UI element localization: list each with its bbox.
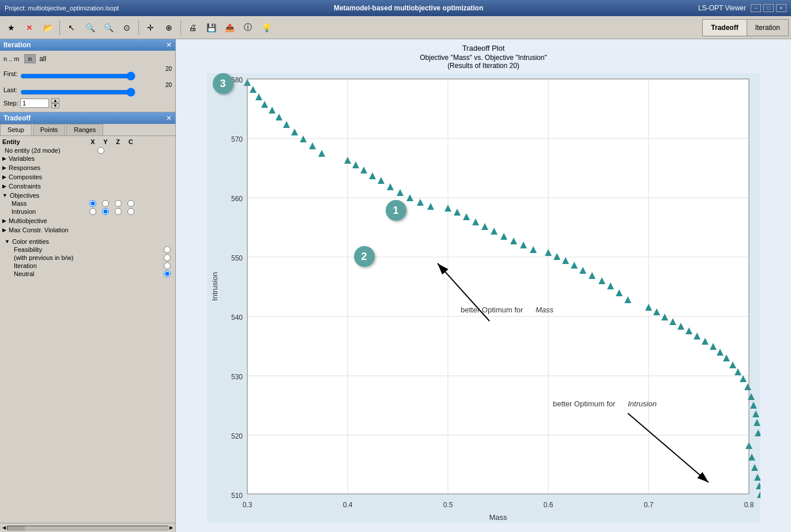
- toolbar: ★ ✕ 📂 ↖ 🔍 🔍 ⊙ ✛ ⊕ 🖨 💾 📤 ⓘ 💡 Tradeoff Ite…: [0, 16, 791, 39]
- iteration-nm-row: n .. m n all: [3, 54, 172, 63]
- svg-text:0.5: 0.5: [443, 501, 453, 509]
- objective-intrusion-radios: [89, 208, 135, 215]
- svg-text:540: 540: [231, 314, 242, 322]
- composites-label: Composites: [9, 173, 42, 180]
- toolbar-move-button[interactable]: ✛: [142, 19, 159, 36]
- intrusion-radio-y[interactable]: [102, 208, 109, 215]
- constraints-arrow-icon: ▶: [2, 183, 6, 189]
- iteration-panel: Iteration ✕ n .. m n all First: 20: [0, 39, 175, 112]
- tradeoff-panel-header: Tradeoff ✕: [0, 112, 175, 124]
- first-slider-row: First: 20: [3, 66, 172, 82]
- step-down-button[interactable]: ▼: [51, 103, 59, 108]
- color-feasibility-radio[interactable]: [164, 246, 171, 253]
- toolbar-cross-button[interactable]: ✕: [21, 19, 38, 36]
- title-bar: Project: multiobjective_optimization.lso…: [0, 0, 791, 16]
- scroll-track[interactable]: [7, 526, 168, 530]
- intrusion-radio-x[interactable]: [89, 208, 96, 215]
- step-up-button[interactable]: ▲: [51, 98, 59, 103]
- group-objectives-header[interactable]: ▼ Objectives: [2, 191, 173, 199]
- toolbar-open-button[interactable]: 📂: [39, 19, 56, 36]
- tradeoff-panel: Tradeoff ✕ Setup Points Ranges Entity X …: [0, 112, 175, 523]
- svg-text:Intrusion: Intrusion: [210, 272, 219, 301]
- svg-rect-1: [247, 79, 749, 494]
- color-entities-section: ▼ Color entities Feasibility (with previ…: [2, 235, 173, 280]
- group-responses-header[interactable]: ▶ Responses: [2, 164, 173, 172]
- tab-iteration[interactable]: Iteration: [747, 20, 788, 36]
- first-slider[interactable]: [20, 72, 135, 80]
- close-button[interactable]: ×: [776, 4, 786, 12]
- objective-intrusion-row: Intrusion: [2, 207, 173, 216]
- last-slider[interactable]: [20, 88, 135, 96]
- toolbar-sep-3: [180, 20, 181, 35]
- scroll-left-icon[interactable]: ◀: [1, 525, 7, 530]
- group-objectives: ▼ Objectives Mass: [2, 191, 173, 216]
- scroll-right-icon[interactable]: ▶: [168, 525, 174, 530]
- constraints-label: Constraints: [9, 183, 41, 190]
- step-input[interactable]: [20, 99, 49, 108]
- toolbar-sep-2: [138, 20, 139, 35]
- first-label: First:: [3, 70, 18, 77]
- svg-text:0.6: 0.6: [543, 501, 553, 509]
- iteration-panel-close[interactable]: ✕: [166, 41, 172, 49]
- group-variables-header[interactable]: ▶ Variables: [2, 154, 173, 163]
- color-bw-label: (with previous in b/w): [14, 254, 164, 261]
- col-c: C: [129, 138, 133, 145]
- iteration-panel-header: Iteration ✕: [0, 39, 175, 51]
- toolbar-zoomfit-button[interactable]: ⊙: [118, 19, 135, 36]
- group-multiobjective: ▶ Multiobjective: [2, 217, 173, 225]
- group-maxconstr-header[interactable]: ▶ Max Constr. Violation: [2, 226, 173, 234]
- mass-radio-z[interactable]: [115, 200, 122, 207]
- restore-button[interactable]: □: [763, 4, 774, 12]
- color-feasibility-row: Feasibility: [5, 246, 171, 254]
- iteration-n-button[interactable]: n: [24, 54, 36, 63]
- multiobjective-arrow-icon: ▶: [2, 218, 6, 224]
- scroll-thumb[interactable]: [7, 526, 25, 531]
- svg-text:560: 560: [231, 195, 242, 203]
- tab-tradeoff[interactable]: Tradeoff: [703, 20, 747, 36]
- color-bw-radio[interactable]: [164, 254, 171, 261]
- color-feasibility-label: Feasibility: [14, 246, 164, 253]
- intrusion-radio-c[interactable]: [127, 208, 134, 215]
- multiobjective-label: Multiobjective: [9, 217, 47, 224]
- color-iteration-radio[interactable]: [164, 262, 171, 269]
- group-constraints: ▶ Constraints: [2, 182, 173, 190]
- no-entity-radio-x[interactable]: [97, 147, 104, 154]
- group-composites-header[interactable]: ▶ Composites: [2, 173, 173, 181]
- intrusion-radio-z[interactable]: [115, 208, 122, 215]
- color-neutral-radio[interactable]: [164, 270, 171, 277]
- svg-text:Mass: Mass: [489, 513, 507, 522]
- tradeoff-tab-points[interactable]: Points: [33, 124, 66, 135]
- toolbar-export-button[interactable]: 📤: [221, 19, 238, 36]
- toolbar-zoomout-button[interactable]: 🔍: [100, 19, 117, 36]
- svg-text:510: 510: [231, 492, 242, 500]
- tradeoff-tab-ranges[interactable]: Ranges: [66, 124, 103, 135]
- maxconstr-arrow-icon: ▶: [2, 227, 6, 233]
- minimize-button[interactable]: −: [751, 4, 761, 12]
- toolbar-star-button[interactable]: ★: [2, 19, 20, 36]
- group-constraints-header[interactable]: ▶ Constraints: [2, 182, 173, 190]
- objectives-label: Objectives: [10, 192, 39, 199]
- maxconstr-label: Max Constr. Violation: [9, 227, 69, 233]
- toolbar-zoomin-button[interactable]: 🔍: [81, 19, 99, 36]
- toolbar-move2-button[interactable]: ⊕: [160, 19, 178, 36]
- toolbar-save-button[interactable]: 💾: [202, 19, 220, 36]
- mass-radio-c[interactable]: [127, 200, 134, 207]
- mass-radio-y[interactable]: [102, 200, 109, 207]
- entity-col-name: Entity: [2, 138, 89, 145]
- composites-arrow-icon: ▶: [2, 174, 6, 180]
- step-label: Step:: [3, 100, 18, 107]
- variables-arrow-icon: ▶: [2, 156, 6, 161]
- toolbar-cursor-button[interactable]: ↖: [63, 19, 80, 36]
- mass-radio-x[interactable]: [89, 200, 96, 207]
- objective-intrusion-label: Intrusion: [12, 208, 89, 215]
- toolbar-info-button[interactable]: ⓘ: [239, 19, 257, 36]
- chart-title: Tradeoff Plot: [462, 44, 505, 52]
- toolbar-print-button[interactable]: 🖨: [184, 19, 201, 36]
- tradeoff-panel-close[interactable]: ✕: [166, 114, 172, 122]
- main-layout: Iteration ✕ n .. m n all First: 20: [0, 39, 791, 532]
- color-iteration-label: Iteration: [14, 262, 164, 269]
- color-entities-header[interactable]: ▼ Color entities: [5, 237, 171, 246]
- tradeoff-tab-setup[interactable]: Setup: [0, 124, 32, 135]
- group-multiobjective-header[interactable]: ▶ Multiobjective: [2, 217, 173, 225]
- toolbar-bulb-button[interactable]: 💡: [258, 19, 275, 36]
